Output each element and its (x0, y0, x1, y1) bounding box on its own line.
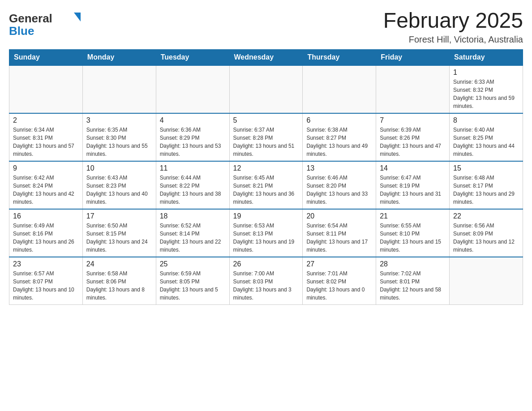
day-info: Sunrise: 6:33 AM Sunset: 8:32 PM Dayligh… (453, 78, 519, 110)
day-number: 15 (453, 164, 519, 172)
calendar-cell: 22Sunrise: 6:56 AM Sunset: 8:09 PM Dayli… (450, 209, 523, 257)
day-number: 2 (13, 116, 79, 124)
col-thursday: Thursday (303, 49, 376, 65)
calendar-cell (82, 65, 156, 113)
calendar-cell: 12Sunrise: 6:45 AM Sunset: 8:21 PM Dayli… (229, 161, 303, 209)
day-info: Sunrise: 6:44 AM Sunset: 8:22 PM Dayligh… (160, 174, 226, 206)
calendar-cell: 5Sunrise: 6:37 AM Sunset: 8:28 PM Daylig… (229, 113, 303, 161)
location: Forest Hill, Victoria, Australia (383, 34, 523, 45)
day-info: Sunrise: 6:40 AM Sunset: 8:25 PM Dayligh… (453, 126, 519, 158)
day-info: Sunrise: 6:56 AM Sunset: 8:09 PM Dayligh… (453, 222, 519, 254)
calendar-cell: 11Sunrise: 6:44 AM Sunset: 8:22 PM Dayli… (156, 161, 229, 209)
day-info: Sunrise: 6:46 AM Sunset: 8:20 PM Dayligh… (306, 174, 372, 206)
calendar-cell: 20Sunrise: 6:54 AM Sunset: 8:11 PM Dayli… (303, 209, 376, 257)
day-info: Sunrise: 6:54 AM Sunset: 8:11 PM Dayligh… (306, 222, 372, 254)
day-info: Sunrise: 6:35 AM Sunset: 8:30 PM Dayligh… (86, 126, 152, 158)
calendar-cell (156, 65, 229, 113)
month-title: February 2025 (383, 9, 523, 33)
calendar-cell: 27Sunrise: 7:01 AM Sunset: 8:02 PM Dayli… (303, 257, 376, 305)
day-number: 22 (453, 212, 519, 220)
day-info: Sunrise: 6:58 AM Sunset: 8:06 PM Dayligh… (86, 270, 152, 302)
calendar-cell: 6Sunrise: 6:38 AM Sunset: 8:27 PM Daylig… (303, 113, 376, 161)
calendar-cell: 26Sunrise: 7:00 AM Sunset: 8:03 PM Dayli… (229, 257, 303, 305)
day-number: 25 (160, 260, 226, 268)
day-info: Sunrise: 6:49 AM Sunset: 8:16 PM Dayligh… (13, 222, 79, 254)
calendar-week-row: 2Sunrise: 6:34 AM Sunset: 8:31 PM Daylig… (9, 113, 523, 161)
day-info: Sunrise: 6:43 AM Sunset: 8:23 PM Dayligh… (86, 174, 152, 206)
day-number: 7 (380, 116, 446, 124)
calendar-table: Sunday Monday Tuesday Wednesday Thursday… (9, 49, 523, 305)
day-info: Sunrise: 6:47 AM Sunset: 8:19 PM Dayligh… (380, 174, 446, 206)
day-number: 21 (380, 212, 446, 220)
calendar-cell: 2Sunrise: 6:34 AM Sunset: 8:31 PM Daylig… (9, 113, 83, 161)
day-info: Sunrise: 6:36 AM Sunset: 8:29 PM Dayligh… (160, 126, 226, 158)
svg-marker-1 (74, 13, 81, 21)
calendar-cell (229, 65, 303, 113)
day-number: 18 (160, 212, 226, 220)
day-info: Sunrise: 6:39 AM Sunset: 8:26 PM Dayligh… (380, 126, 446, 158)
day-info: Sunrise: 6:38 AM Sunset: 8:27 PM Dayligh… (306, 126, 372, 158)
day-info: Sunrise: 6:48 AM Sunset: 8:17 PM Dayligh… (453, 174, 519, 206)
calendar-cell: 24Sunrise: 6:58 AM Sunset: 8:06 PM Dayli… (82, 257, 156, 305)
day-info: Sunrise: 6:50 AM Sunset: 8:15 PM Dayligh… (86, 222, 152, 254)
calendar-cell (450, 257, 523, 305)
svg-text:General: General (9, 12, 52, 25)
day-number: 13 (306, 164, 372, 172)
calendar-cell: 7Sunrise: 6:39 AM Sunset: 8:26 PM Daylig… (376, 113, 450, 161)
day-number: 5 (233, 116, 299, 124)
day-number: 27 (306, 260, 372, 268)
calendar-cell (9, 65, 83, 113)
calendar-cell: 15Sunrise: 6:48 AM Sunset: 8:17 PM Dayli… (450, 161, 523, 209)
day-number: 17 (86, 212, 152, 220)
calendar-cell: 14Sunrise: 6:47 AM Sunset: 8:19 PM Dayli… (376, 161, 450, 209)
calendar-cell: 1Sunrise: 6:33 AM Sunset: 8:32 PM Daylig… (450, 65, 523, 113)
calendar-header-row: Sunday Monday Tuesday Wednesday Thursday… (9, 49, 523, 65)
day-number: 14 (380, 164, 446, 172)
day-number: 23 (13, 260, 79, 268)
day-number: 20 (306, 212, 372, 220)
logo: General Blue (9, 9, 81, 40)
day-number: 10 (86, 164, 152, 172)
calendar-cell: 25Sunrise: 6:59 AM Sunset: 8:05 PM Dayli… (156, 257, 229, 305)
day-number: 19 (233, 212, 299, 220)
day-info: Sunrise: 6:34 AM Sunset: 8:31 PM Dayligh… (13, 126, 79, 158)
col-friday: Friday (376, 49, 450, 65)
calendar-cell: 13Sunrise: 6:46 AM Sunset: 8:20 PM Dayli… (303, 161, 376, 209)
day-number: 24 (86, 260, 152, 268)
day-info: Sunrise: 6:52 AM Sunset: 8:14 PM Dayligh… (160, 222, 226, 254)
calendar-cell: 19Sunrise: 6:53 AM Sunset: 8:13 PM Dayli… (229, 209, 303, 257)
day-info: Sunrise: 6:59 AM Sunset: 8:05 PM Dayligh… (160, 270, 226, 302)
day-info: Sunrise: 6:42 AM Sunset: 8:24 PM Dayligh… (13, 174, 79, 206)
calendar-cell (376, 65, 450, 113)
col-wednesday: Wednesday (229, 49, 303, 65)
calendar-cell: 21Sunrise: 6:55 AM Sunset: 8:10 PM Dayli… (376, 209, 450, 257)
calendar-cell: 23Sunrise: 6:57 AM Sunset: 8:07 PM Dayli… (9, 257, 83, 305)
day-info: Sunrise: 7:00 AM Sunset: 8:03 PM Dayligh… (233, 270, 299, 302)
calendar-cell: 8Sunrise: 6:40 AM Sunset: 8:25 PM Daylig… (450, 113, 523, 161)
calendar-week-row: 9Sunrise: 6:42 AM Sunset: 8:24 PM Daylig… (9, 161, 523, 209)
calendar-cell: 18Sunrise: 6:52 AM Sunset: 8:14 PM Dayli… (156, 209, 229, 257)
day-info: Sunrise: 7:02 AM Sunset: 8:01 PM Dayligh… (380, 270, 446, 302)
svg-text:Blue: Blue (9, 24, 34, 38)
calendar-cell: 9Sunrise: 6:42 AM Sunset: 8:24 PM Daylig… (9, 161, 83, 209)
day-number: 26 (233, 260, 299, 268)
calendar-week-row: 23Sunrise: 6:57 AM Sunset: 8:07 PM Dayli… (9, 257, 523, 305)
calendar-cell: 4Sunrise: 6:36 AM Sunset: 8:29 PM Daylig… (156, 113, 229, 161)
day-info: Sunrise: 7:01 AM Sunset: 8:02 PM Dayligh… (306, 270, 372, 302)
page-header: General Blue February 2025 Forest Hill, … (9, 9, 523, 45)
calendar-cell: 17Sunrise: 6:50 AM Sunset: 8:15 PM Dayli… (82, 209, 156, 257)
calendar-week-row: 1Sunrise: 6:33 AM Sunset: 8:32 PM Daylig… (9, 65, 523, 113)
calendar-cell: 16Sunrise: 6:49 AM Sunset: 8:16 PM Dayli… (9, 209, 83, 257)
day-info: Sunrise: 6:53 AM Sunset: 8:13 PM Dayligh… (233, 222, 299, 254)
day-number: 28 (380, 260, 446, 268)
title-block: February 2025 Forest Hill, Victoria, Aus… (383, 9, 523, 45)
col-tuesday: Tuesday (156, 49, 229, 65)
day-info: Sunrise: 6:37 AM Sunset: 8:28 PM Dayligh… (233, 126, 299, 158)
day-info: Sunrise: 6:45 AM Sunset: 8:21 PM Dayligh… (233, 174, 299, 206)
calendar-cell: 10Sunrise: 6:43 AM Sunset: 8:23 PM Dayli… (82, 161, 156, 209)
col-monday: Monday (82, 49, 156, 65)
calendar-week-row: 16Sunrise: 6:49 AM Sunset: 8:16 PM Dayli… (9, 209, 523, 257)
day-info: Sunrise: 6:57 AM Sunset: 8:07 PM Dayligh… (13, 270, 79, 302)
day-number: 6 (306, 116, 372, 124)
day-number: 4 (160, 116, 226, 124)
